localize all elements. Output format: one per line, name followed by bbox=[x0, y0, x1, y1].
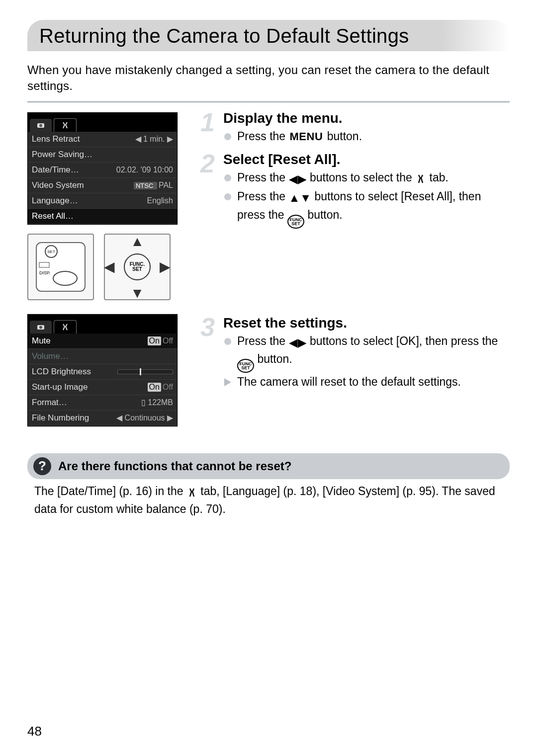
step-number: 1 bbox=[200, 107, 215, 137]
menu-row-value: ◀ Continuous ▶ bbox=[116, 413, 173, 422]
step-title: Reset the settings. bbox=[223, 315, 510, 331]
step-number: 2 bbox=[200, 149, 215, 178]
menu-row: Video SystemNTSC PAL bbox=[28, 178, 177, 193]
question-badge-icon: ? bbox=[33, 457, 51, 475]
note-heading: Are there functions that cannot be reset… bbox=[58, 459, 291, 473]
menu-row-label: File Numbering bbox=[32, 413, 89, 423]
brightness-slider-icon bbox=[117, 369, 173, 374]
note-body: The [Date/Time] (p. 16) in the tab, [Lan… bbox=[27, 472, 510, 520]
card-icon: ▯ bbox=[141, 398, 148, 407]
menu-row-label: Start-up Image bbox=[32, 382, 88, 392]
menu-row-label: Date/Time… bbox=[32, 165, 79, 175]
menu-row: Start-up ImageOnOff bbox=[28, 380, 177, 395]
step-bullet: Press the ▲▼ buttons to select [Reset Al… bbox=[223, 188, 510, 228]
svg-text:SET: SET bbox=[47, 250, 55, 254]
svg-text:DISP.: DISP. bbox=[39, 270, 50, 275]
menu-row-value: 02.02. '09 10:00 bbox=[116, 166, 173, 174]
page-number: 48 bbox=[27, 724, 42, 739]
left-right-arrows-icon: ◀▶ bbox=[289, 171, 307, 187]
note-box: ? Are there functions that cannot be res… bbox=[27, 446, 510, 520]
step-bullet: Press the ◀▶ buttons to select the tab. bbox=[223, 169, 510, 187]
step-bullet: Press the MENU button. bbox=[223, 128, 510, 145]
step-2: 2 Select [Reset All]. Press the ◀▶ butto… bbox=[200, 152, 510, 229]
menu-row: File Numbering◀ Continuous ▶ bbox=[28, 411, 177, 426]
separator-rule bbox=[27, 101, 510, 102]
step-title: Select [Reset All]. bbox=[223, 152, 510, 168]
intro-paragraph: When you have mistakenly changed a setti… bbox=[27, 62, 510, 94]
menu-row-value: OnOff bbox=[148, 383, 173, 392]
down-arrow-icon: ▼ bbox=[130, 285, 144, 301]
up-down-arrows-icon: ▲▼ bbox=[289, 190, 312, 206]
control-diagrams: SET DISP. ▲ ▼ ◀ ▶ FUNC.SET bbox=[27, 234, 186, 300]
step-bullet: Press the ◀▶ buttons to select [OK], the… bbox=[223, 333, 510, 373]
up-arrow-icon: ▲ bbox=[130, 234, 144, 250]
section-title-bar: Returning the Camera to Default Settings bbox=[27, 20, 510, 51]
menu-row-label: Language… bbox=[32, 196, 78, 206]
menu-row-label: Video System bbox=[32, 180, 84, 190]
menu-row-value: English bbox=[147, 196, 173, 205]
funcset-icon: FUNCSET bbox=[237, 359, 254, 373]
step-number: 3 bbox=[200, 312, 215, 342]
menu-row: Format…▯ 122MB bbox=[28, 395, 177, 411]
camera-tab-icon bbox=[30, 119, 52, 132]
menu-row-value: NTSC PAL bbox=[134, 181, 173, 190]
funcset-icon: FUNCSET bbox=[287, 215, 304, 229]
camera-menu-screenshot-2: MuteOnOffVolume…LCD BrightnessStart-up I… bbox=[27, 314, 178, 426]
menu-row-label: LCD Brightness bbox=[32, 367, 91, 377]
right-arrow-icon: ▶ bbox=[160, 258, 171, 275]
menu-tabs-2 bbox=[28, 315, 177, 334]
menu-row-value bbox=[117, 367, 173, 376]
menu-row-label: Format… bbox=[32, 398, 67, 408]
menu-row-label: Mute bbox=[32, 336, 51, 346]
menu-row-value: ◀ 1 min. ▶ bbox=[135, 134, 173, 144]
tools-icon bbox=[415, 171, 426, 187]
note-heading-bar: ? Are there functions that cannot be res… bbox=[27, 453, 510, 479]
menu-row: Power Saving… bbox=[28, 147, 177, 163]
step-title: Display the menu. bbox=[223, 110, 510, 126]
menu-button-label: MENU bbox=[289, 130, 324, 143]
menu-row-label: Reset All… bbox=[32, 211, 74, 221]
menu-row: Lens Retract◀ 1 min. ▶ bbox=[28, 132, 177, 147]
menu-row: LCD Brightness bbox=[28, 364, 177, 380]
svg-rect-2 bbox=[36, 243, 85, 291]
menu-row-value: OnOff bbox=[148, 336, 173, 345]
menu-row-label: Power Saving… bbox=[32, 150, 92, 160]
menu-row: Reset All… bbox=[28, 209, 177, 224]
menu-row-value: ▯ 122MB bbox=[141, 398, 173, 407]
menu-row: MuteOnOff bbox=[28, 334, 177, 349]
step-1: 1 Display the menu. Press the MENU butto… bbox=[200, 110, 510, 145]
menu-tabs bbox=[28, 113, 177, 132]
step-3: 3 Reset the settings. Press the ◀▶ butto… bbox=[200, 315, 510, 391]
svg-point-1 bbox=[39, 124, 42, 127]
tools-icon bbox=[186, 485, 197, 501]
menu-row-label: Lens Retract bbox=[32, 134, 80, 144]
menu-row: Volume… bbox=[28, 349, 177, 364]
left-arrow-icon: ◀ bbox=[104, 258, 115, 275]
menu-row: Language…English bbox=[28, 193, 177, 209]
camera-tab-icon bbox=[30, 321, 52, 334]
tools-tab-icon bbox=[54, 320, 77, 334]
step-result-bullet: The camera will reset to the default set… bbox=[223, 374, 510, 390]
tools-tab-icon bbox=[54, 118, 77, 132]
svg-point-9 bbox=[39, 326, 42, 329]
menu-row-label: Volume… bbox=[32, 351, 69, 361]
camera-menu-screenshot-1: Lens Retract◀ 1 min. ▶Power Saving…Date/… bbox=[27, 112, 178, 225]
dpad-diagram: ▲ ▼ ◀ ▶ FUNC.SET bbox=[104, 234, 171, 300]
camera-back-diagram: SET DISP. bbox=[27, 234, 94, 300]
menu-row: Date/Time…02.02. '09 10:00 bbox=[28, 163, 177, 178]
funcset-button-icon: FUNC.SET bbox=[124, 253, 151, 280]
section-title: Returning the Camera to Default Settings bbox=[39, 25, 498, 47]
left-right-arrows-icon: ◀▶ bbox=[289, 335, 307, 351]
